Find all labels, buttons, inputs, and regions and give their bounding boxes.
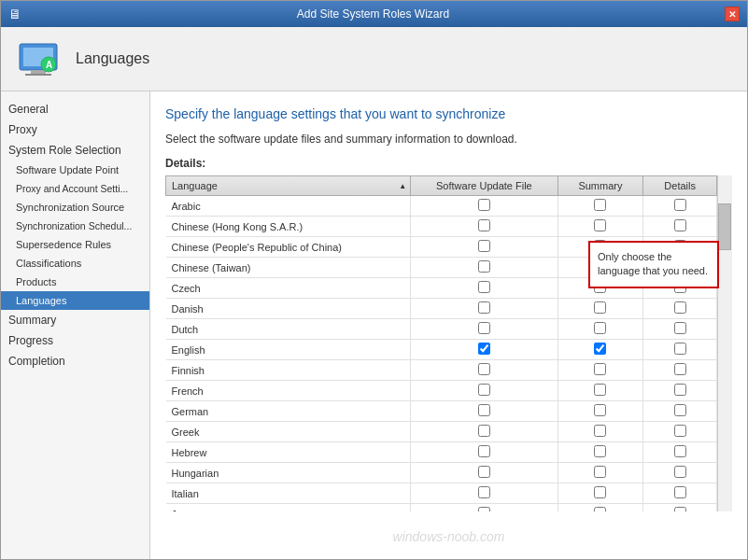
- update-file-checkbox[interactable]: [478, 363, 490, 375]
- language-cell: Dutch: [166, 319, 411, 340]
- update-file-cell: [411, 217, 557, 237]
- summary-checkbox[interactable]: [594, 363, 606, 375]
- header-title: Languages: [76, 50, 149, 67]
- details-checkbox[interactable]: [674, 301, 686, 314]
- update-file-cell: [411, 319, 557, 340]
- summary-checkbox[interactable]: [594, 322, 606, 334]
- table-row: Chinese (Hong Kong S.A.R.): [166, 217, 717, 237]
- update-file-checkbox[interactable]: [478, 343, 490, 355]
- col-language[interactable]: Language ▲: [166, 176, 411, 196]
- update-file-checkbox[interactable]: [478, 466, 490, 478]
- sidebar-item-system-role-selection[interactable]: System Role Selection: [1, 140, 149, 161]
- details-cell: [643, 299, 717, 319]
- details-label: Details:: [165, 157, 732, 170]
- details-cell: [643, 463, 717, 483]
- details-checkbox[interactable]: [674, 466, 686, 478]
- summary-checkbox[interactable]: [594, 301, 606, 314]
- sidebar-item-summary[interactable]: Summary: [1, 310, 149, 330]
- summary-cell: [557, 217, 643, 237]
- table-row: English: [166, 340, 717, 360]
- update-file-checkbox[interactable]: [478, 384, 490, 396]
- details-cell: [643, 504, 717, 512]
- scrollbar-track[interactable]: [717, 175, 732, 511]
- update-file-checkbox[interactable]: [478, 240, 490, 252]
- summary-cell: [557, 483, 643, 504]
- language-cell: Hebrew: [166, 442, 411, 463]
- update-file-checkbox[interactable]: [478, 199, 490, 211]
- summary-cell: [557, 196, 643, 217]
- details-checkbox[interactable]: [674, 363, 686, 375]
- col-summary[interactable]: Summary: [557, 176, 643, 196]
- update-file-checkbox[interactable]: [478, 260, 490, 273]
- update-file-checkbox[interactable]: [478, 404, 490, 416]
- summary-checkbox[interactable]: [594, 486, 606, 498]
- summary-checkbox[interactable]: [594, 199, 606, 211]
- sidebar-item-proxy[interactable]: Proxy: [1, 119, 149, 140]
- update-file-cell: [411, 196, 557, 217]
- details-checkbox[interactable]: [674, 343, 686, 355]
- language-cell: Chinese (People's Republic of China): [166, 237, 411, 258]
- details-checkbox[interactable]: [674, 425, 686, 437]
- sidebar-item-products[interactable]: Products: [1, 273, 149, 291]
- sidebar-item-sync-source[interactable]: Synchronization Source: [1, 198, 149, 217]
- details-checkbox[interactable]: [674, 507, 686, 511]
- summary-checkbox[interactable]: [594, 219, 606, 231]
- details-cell: [643, 483, 717, 504]
- summary-checkbox[interactable]: [594, 466, 606, 478]
- sidebar-item-progress[interactable]: Progress: [1, 330, 149, 351]
- sidebar-item-classifications[interactable]: Classifications: [1, 254, 149, 273]
- summary-cell: [557, 319, 643, 340]
- details-checkbox[interactable]: [674, 384, 686, 396]
- sidebar-item-proxy-account[interactable]: Proxy and Account Setti...: [1, 179, 149, 198]
- details-checkbox[interactable]: [674, 486, 686, 498]
- details-checkbox[interactable]: [674, 445, 686, 457]
- sidebar-item-languages[interactable]: Languages: [1, 291, 149, 310]
- details-cell: [643, 217, 717, 237]
- summary-checkbox[interactable]: [594, 384, 606, 396]
- table-row: Japanese: [166, 504, 717, 512]
- summary-checkbox[interactable]: [594, 425, 606, 437]
- details-checkbox[interactable]: [674, 322, 686, 334]
- update-file-checkbox[interactable]: [478, 507, 490, 511]
- details-cell: [643, 196, 717, 217]
- scrollbar-thumb[interactable]: [718, 203, 731, 250]
- summary-checkbox[interactable]: [594, 343, 606, 355]
- title-bar-controls: ✕: [725, 7, 740, 21]
- title-bar: 🖥 Add Site System Roles Wizard ✕: [1, 1, 747, 27]
- sidebar-item-completion[interactable]: Completion: [1, 351, 149, 371]
- summary-cell: [557, 381, 643, 401]
- summary-checkbox[interactable]: [594, 404, 606, 416]
- table-row: Dutch: [166, 319, 717, 340]
- language-cell: Finnish: [166, 360, 411, 381]
- details-cell: [643, 340, 717, 360]
- update-file-checkbox[interactable]: [478, 486, 490, 498]
- details-checkbox[interactable]: [674, 219, 686, 231]
- description: Select the software update files and sum…: [165, 133, 732, 146]
- details-checkbox[interactable]: [674, 404, 686, 416]
- update-file-checkbox[interactable]: [478, 322, 490, 334]
- update-file-checkbox[interactable]: [478, 219, 490, 231]
- language-cell: Chinese (Hong Kong S.A.R.): [166, 217, 411, 237]
- update-file-checkbox[interactable]: [478, 301, 490, 314]
- svg-text:A: A: [46, 60, 52, 70]
- table-scroll[interactable]: Language ▲ Software Update File Summary …: [165, 175, 732, 511]
- table-row: Finnish: [166, 360, 717, 381]
- sidebar-item-general[interactable]: General: [1, 99, 149, 119]
- summary-checkbox[interactable]: [594, 445, 606, 457]
- update-file-checkbox[interactable]: [478, 281, 490, 293]
- update-file-checkbox[interactable]: [478, 425, 490, 437]
- sidebar-item-supersedence[interactable]: Supersedence Rules: [1, 235, 149, 254]
- language-cell: Danish: [166, 299, 411, 319]
- details-checkbox[interactable]: [674, 199, 686, 211]
- summary-checkbox[interactable]: [594, 507, 606, 511]
- sidebar-item-software-update-point[interactable]: Software Update Point: [1, 161, 149, 179]
- sidebar-item-sync-schedule[interactable]: Synchronization Schedul...: [1, 217, 149, 235]
- close-button[interactable]: ✕: [725, 7, 740, 21]
- update-file-checkbox[interactable]: [478, 445, 490, 457]
- content-area: General Proxy System Role Selection Soft…: [1, 91, 747, 559]
- svg-rect-3: [25, 74, 51, 76]
- summary-cell: [557, 422, 643, 442]
- language-cell: Greek: [166, 422, 411, 442]
- col-update-file[interactable]: Software Update File: [411, 176, 557, 196]
- col-details[interactable]: Details: [643, 176, 717, 196]
